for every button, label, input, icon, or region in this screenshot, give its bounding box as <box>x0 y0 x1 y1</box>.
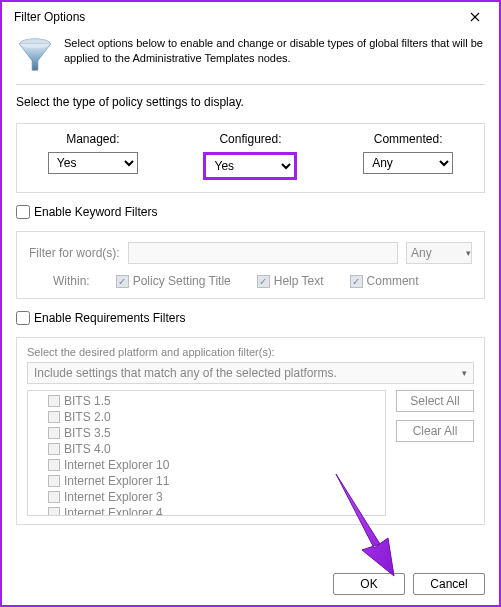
configured-highlight: Yes <box>203 152 297 180</box>
commented-label: Commented: <box>374 132 443 146</box>
header-description: Select options below to enable and chang… <box>64 36 485 66</box>
filter-word-combo: Any ▾ <box>406 242 472 264</box>
enable-requirements-checkbox[interactable] <box>16 311 30 325</box>
platform-list: BITS 1.5 BITS 2.0 BITS 3.5 BITS 4.0 Inte… <box>27 390 386 516</box>
policy-type-box: Managed: Yes Configured: Yes Commented: <box>16 123 485 193</box>
enable-requirements-label: Enable Requirements Filters <box>34 311 185 325</box>
chevron-down-icon: ▾ <box>466 248 471 258</box>
close-icon <box>470 12 480 22</box>
enable-keyword-checkbox[interactable] <box>16 205 30 219</box>
commented-select[interactable]: Any <box>363 152 453 174</box>
window-title: Filter Options <box>14 10 85 24</box>
keyword-box: Filter for word(s): Any ▾ Within: ✓ Poli… <box>16 231 485 299</box>
managed-select[interactable]: Yes <box>48 152 138 174</box>
within-title-chk: ✓ Policy Setting Title <box>116 274 231 288</box>
list-item: BITS 4.0 <box>28 441 385 457</box>
enable-keyword-label: Enable Keyword Filters <box>34 205 157 219</box>
list-item: BITS 3.5 <box>28 425 385 441</box>
within-comment-chk: ✓ Comment <box>350 274 419 288</box>
close-button[interactable] <box>461 8 489 26</box>
filter-options-dialog: Filter Options Se <box>0 0 501 607</box>
ok-button[interactable]: OK <box>333 573 405 595</box>
managed-label: Managed: <box>66 132 119 146</box>
enable-requirements-row[interactable]: Enable Requirements Filters <box>16 311 485 325</box>
filter-word-label: Filter for word(s): <box>29 246 120 260</box>
within-label: Within: <box>53 274 90 288</box>
list-item: BITS 2.0 <box>28 409 385 425</box>
requirements-box: Select the desired platform and applicat… <box>16 337 485 525</box>
filter-word-input <box>128 242 398 264</box>
titlebar: Filter Options <box>2 2 499 32</box>
chevron-down-icon: ▾ <box>462 368 467 378</box>
footer: OK Cancel <box>333 573 485 595</box>
clear-all-button: Clear All <box>396 420 474 442</box>
list-item: Internet Explorer 4 <box>28 505 385 516</box>
list-item: BITS 1.5 <box>28 393 385 409</box>
select-all-button: Select All <box>396 390 474 412</box>
divider <box>16 84 485 85</box>
cancel-button[interactable]: Cancel <box>413 573 485 595</box>
enable-keyword-row[interactable]: Enable Keyword Filters <box>16 205 485 219</box>
list-item: Internet Explorer 11 <box>28 473 385 489</box>
configured-select[interactable]: Yes <box>206 155 294 177</box>
requirements-match-combo: Include settings that match any of the s… <box>27 362 474 384</box>
within-help-chk: ✓ Help Text <box>257 274 324 288</box>
header: Select options below to enable and chang… <box>2 32 499 84</box>
policy-instruction: Select the type of policy settings to di… <box>16 95 485 109</box>
requirements-description: Select the desired platform and applicat… <box>27 346 474 358</box>
configured-label: Configured: <box>219 132 281 146</box>
list-item: Internet Explorer 3 <box>28 489 385 505</box>
list-item: Internet Explorer 10 <box>28 457 385 473</box>
funnel-icon <box>16 36 54 74</box>
svg-point-3 <box>20 39 50 49</box>
